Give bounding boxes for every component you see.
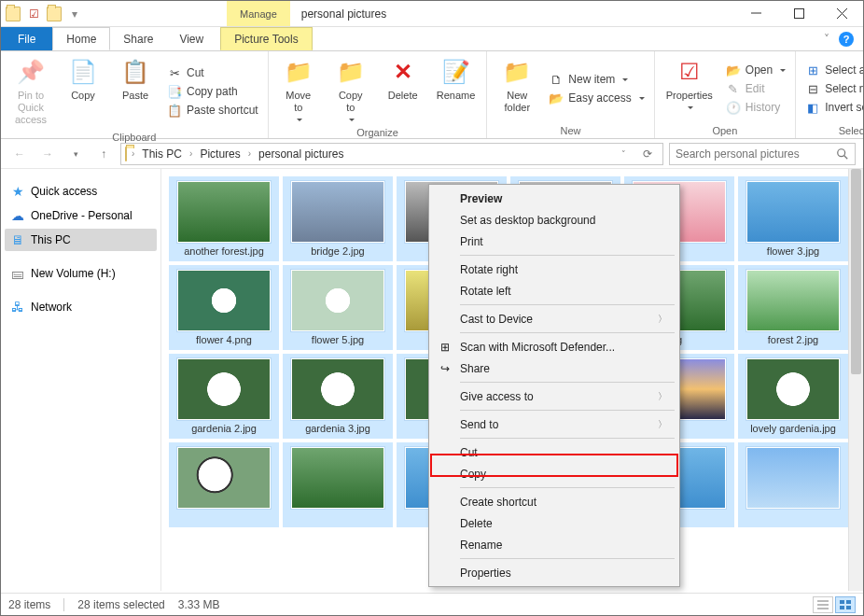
pin-to-quick-access-button[interactable]: 📌 Pin to Quick access xyxy=(7,54,55,130)
up-button[interactable]: ↑ xyxy=(92,143,115,165)
cut-button[interactable]: ✂Cut xyxy=(163,64,262,81)
menu-item-send-to[interactable]: Send to〉 xyxy=(432,413,676,435)
menu-item-preview[interactable]: Preview xyxy=(432,188,676,209)
menu-item-copy[interactable]: Copy xyxy=(432,463,676,484)
file-item[interactable]: gardenia 2.jpg xyxy=(169,354,279,439)
file-thumbnail xyxy=(746,358,840,420)
share-icon: ↪ xyxy=(438,361,453,376)
menu-item-rename[interactable]: Rename xyxy=(432,534,676,555)
select-none-button[interactable]: ⊟Select none xyxy=(801,80,864,97)
recent-locations-button[interactable]: ▾ xyxy=(64,143,87,165)
vertical-scrollbar[interactable] xyxy=(848,169,863,591)
file-item[interactable]: flower 5.jpg xyxy=(283,265,393,350)
paste-shortcut-button[interactable]: 📋Paste shortcut xyxy=(163,102,262,119)
details-view-button[interactable] xyxy=(813,596,833,613)
menu-item-delete[interactable]: Delete xyxy=(432,512,676,534)
menu-item-label: Delete xyxy=(460,517,493,530)
file-item[interactable]: forest 2.jpg xyxy=(738,265,848,350)
properties-button[interactable]: ☑Properties xyxy=(661,54,718,123)
file-item[interactable]: lovely gardenia.jpg xyxy=(738,354,848,439)
submenu-arrow-icon: 〉 xyxy=(658,313,667,326)
tab-view[interactable]: View xyxy=(166,27,216,50)
new-item-icon: 🗋 xyxy=(549,72,564,87)
menu-item-give-access-to[interactable]: Give access to〉 xyxy=(432,385,676,407)
file-item[interactable]: another forest.jpg xyxy=(169,176,279,261)
crumb-pictures[interactable]: Pictures xyxy=(197,147,243,161)
tree-node-onedrive-personal[interactable]: ☁OneDrive - Personal xyxy=(5,204,157,227)
maximize-button[interactable] xyxy=(777,1,820,26)
new-item-button[interactable]: 🗋New item xyxy=(545,71,648,88)
app-icon xyxy=(5,6,21,22)
menu-item-scan-with-microsoft-defender[interactable]: ⊞Scan with Microsoft Defender... xyxy=(432,336,676,357)
file-item[interactable]: flower 3.jpg xyxy=(738,176,848,261)
menu-item-label: Properties xyxy=(460,567,511,580)
submenu-arrow-icon: 〉 xyxy=(658,418,667,431)
collapse-ribbon-icon[interactable]: ˅ xyxy=(824,33,829,46)
menu-item-share[interactable]: ↪Share xyxy=(432,357,676,379)
menu-item-cast-to-device[interactable]: Cast to Device〉 xyxy=(432,308,676,329)
navigation-pane[interactable]: ★Quick access☁OneDrive - Personal🖥This P… xyxy=(1,169,161,591)
open-button[interactable]: 📂Open xyxy=(722,62,789,78)
file-item[interactable]: gardenia 3.jpg xyxy=(283,354,393,439)
crumb-current[interactable]: personal pictures xyxy=(256,147,346,161)
tree-node-new-volume-h-[interactable]: 🖴New Volume (H:) xyxy=(5,262,157,285)
file-item[interactable] xyxy=(283,442,393,527)
menu-item-print[interactable]: Print xyxy=(432,231,676,252)
file-item[interactable] xyxy=(738,442,848,527)
tree-node-this-pc[interactable]: 🖥This PC xyxy=(5,229,157,251)
tab-home[interactable]: Home xyxy=(52,27,110,50)
open-icon: 📂 xyxy=(726,63,741,77)
search-box[interactable] xyxy=(669,143,856,165)
thumbnails-view-button[interactable] xyxy=(835,596,856,613)
menu-item-properties[interactable]: Properties xyxy=(432,562,676,583)
forward-button[interactable]: → xyxy=(36,143,59,165)
file-item[interactable]: flower 4.png xyxy=(169,265,279,350)
paste-button[interactable]: 📋 Paste xyxy=(111,54,160,130)
minimize-button[interactable] xyxy=(734,1,777,26)
new-folder-button[interactable]: 📁New folder xyxy=(493,54,541,123)
address-bar[interactable]: › This PC › Pictures › personal pictures… xyxy=(120,143,663,165)
rename-button[interactable]: 📝Rename xyxy=(431,54,481,125)
tree-node-quick-access[interactable]: ★Quick access xyxy=(5,180,157,203)
qat-customize-icon[interactable]: ▾ xyxy=(66,6,83,22)
copy-path-button[interactable]: 📑Copy path xyxy=(163,83,262,100)
file-thumbnail xyxy=(177,447,271,509)
move-to-button[interactable]: 📁Move to xyxy=(274,54,323,125)
menu-item-rotate-right[interactable]: Rotate right xyxy=(432,259,676,280)
tab-picture-tools[interactable]: Picture Tools xyxy=(220,27,312,50)
close-button[interactable] xyxy=(820,1,863,26)
delete-button[interactable]: ✕Delete xyxy=(379,54,427,125)
menu-item-cut[interactable]: Cut xyxy=(432,441,676,463)
file-item[interactable] xyxy=(169,442,279,527)
select-all-button[interactable]: ⊞Select all xyxy=(801,62,864,78)
history-button[interactable]: 🕐History xyxy=(722,99,789,116)
context-menu[interactable]: PreviewSet as desktop backgroundPrintRot… xyxy=(428,184,680,587)
crumb-sep[interactable]: › xyxy=(129,148,137,159)
invert-selection-button[interactable]: ◧Invert selection xyxy=(801,99,864,116)
qat-properties-icon[interactable]: ☑ xyxy=(25,6,42,22)
file-item[interactable]: bridge 2.jpg xyxy=(283,176,393,261)
refresh-button[interactable]: ⟳ xyxy=(636,143,659,165)
menu-item-create-shortcut[interactable]: Create shortcut xyxy=(432,491,676,512)
crumb-sep[interactable]: › xyxy=(187,148,195,159)
qat-newfolder-icon[interactable] xyxy=(46,6,63,22)
menu-item-rotate-left[interactable]: Rotate left xyxy=(432,280,676,301)
back-button[interactable]: ← xyxy=(8,143,31,165)
crumb-this-pc[interactable]: This PC xyxy=(139,147,185,161)
edit-button[interactable]: ✎Edit xyxy=(722,80,789,97)
search-input[interactable] xyxy=(676,147,830,161)
menu-item-set-as-desktop-background[interactable]: Set as desktop background xyxy=(432,209,676,231)
file-name-label: bridge 2.jpg xyxy=(311,245,365,259)
easy-access-button[interactable]: 📂Easy access xyxy=(545,90,648,106)
help-icon[interactable]: ? xyxy=(839,32,854,47)
tree-node-network[interactable]: 🖧Network xyxy=(5,296,157,318)
copy-button[interactable]: 📄 Copy xyxy=(59,54,107,130)
address-dropdown-button[interactable]: ˅ xyxy=(612,143,634,165)
crumb-sep[interactable]: › xyxy=(245,148,254,159)
copy-to-button[interactable]: 📁Copy to xyxy=(327,54,375,125)
menu-separator xyxy=(460,304,675,305)
menu-item-label: Copy xyxy=(460,468,486,481)
scrollbar-thumb[interactable] xyxy=(851,169,861,374)
tab-file[interactable]: File xyxy=(1,27,52,50)
tab-share[interactable]: Share xyxy=(110,27,166,50)
